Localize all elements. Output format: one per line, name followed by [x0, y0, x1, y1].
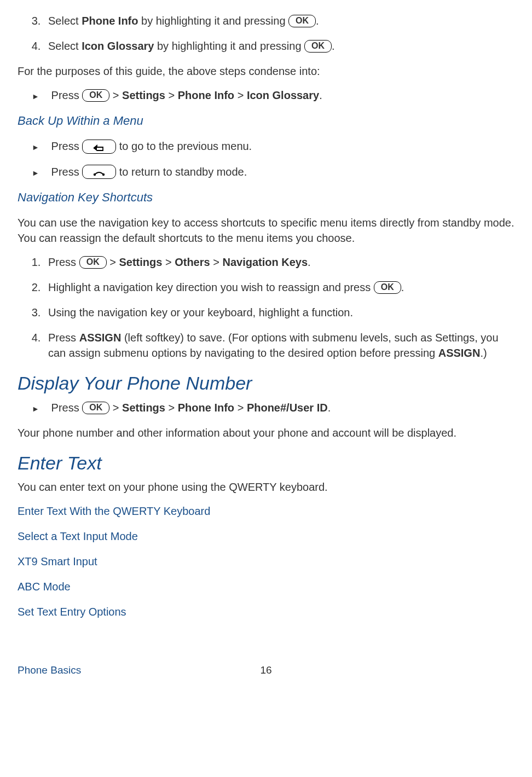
nk-step-2: Highlight a navigation key direction you… [44, 280, 514, 295]
ok-key-icon: OK [304, 40, 332, 53]
text: > [107, 256, 119, 268]
path: Settings [119, 256, 162, 268]
step-text: by highlighting it and pressing [138, 15, 288, 27]
condense-intro: For the purposes of this guide, the abov… [18, 63, 514, 79]
path: Navigation Keys [222, 256, 308, 268]
text: > [234, 402, 247, 414]
step-bold: Icon Glossary [82, 40, 154, 52]
link-set-options[interactable]: Set Text Entry Options [18, 604, 514, 619]
step-text: Select [48, 40, 82, 52]
text: . [319, 89, 322, 101]
nk-step-4: Press ASSIGN (left softkey) to save. (Fo… [44, 330, 514, 361]
link-abc[interactable]: ABC Mode [18, 579, 514, 594]
end-key-icon [82, 165, 116, 179]
heading-enter-text: Enter Text [18, 450, 514, 477]
heading-display-phone-number: Display Your Phone Number [18, 370, 514, 397]
text: . [328, 402, 331, 414]
text: > [234, 89, 247, 101]
step-text: . [332, 40, 335, 52]
footer-title: Phone Basics [18, 664, 81, 676]
text: > [165, 89, 178, 101]
text: . [308, 256, 311, 268]
path: Phone Info [178, 402, 234, 414]
page-number: 16 [260, 663, 271, 678]
nk-step-3: Using the navigation key or your keyboar… [44, 305, 514, 320]
text: Press [48, 332, 79, 344]
backup-item-1: Press to go to the previous menu. [44, 138, 514, 154]
enter-intro: You can enter text on your phone using t… [18, 479, 514, 495]
link-xt9[interactable]: XT9 Smart Input [18, 554, 514, 569]
text: .) [480, 347, 487, 359]
text: > [109, 402, 122, 414]
display-list: Press OK > Settings > Phone Info > Phone… [18, 400, 514, 415]
path: Others [175, 256, 210, 268]
bold: ASSIGN [79, 332, 122, 344]
steps-list-top: Select Phone Info by highlighting it and… [18, 13, 514, 54]
navkey-intro: You can use the navigation key to access… [18, 215, 514, 246]
text: Using the navigation key or your keyboar… [48, 306, 353, 318]
svg-point-1 [102, 173, 105, 176]
link-qwerty[interactable]: Enter Text With the QWERTY Keyboard [18, 503, 514, 519]
step-4: Select Icon Glossary by highlighting it … [44, 38, 514, 54]
text: Press [51, 402, 83, 414]
path: Phone Info [178, 89, 234, 101]
heading-nav-shortcuts: Navigation Key Shortcuts [18, 189, 514, 206]
condense-item: Press OK > Settings > Phone Info > Icon … [44, 88, 514, 103]
text: Highlight a navigation key direction you… [48, 281, 374, 293]
ok-key-icon: OK [79, 256, 107, 269]
navkey-steps: Press OK > Settings > Others > Navigatio… [18, 254, 514, 361]
condense-list: Press OK > Settings > Phone Info > Icon … [18, 88, 514, 103]
svg-point-0 [94, 173, 96, 176]
heading-back-up: Back Up Within a Menu [18, 113, 514, 130]
text: > [109, 89, 122, 101]
step-bold: Phone Info [82, 15, 138, 27]
ok-key-icon: OK [82, 402, 109, 414]
text: > [210, 256, 223, 268]
bold: ASSIGN [438, 347, 481, 359]
step-text: Select [48, 15, 82, 27]
step-text: by highlighting it and pressing [154, 40, 304, 52]
link-select-mode[interactable]: Select a Text Input Mode [18, 529, 514, 544]
text: > [165, 402, 178, 414]
ok-key-icon: OK [288, 15, 316, 27]
text: Press [51, 166, 83, 178]
path: Phone#/User ID [247, 402, 328, 414]
display-item: Press OK > Settings > Phone Info > Phone… [44, 400, 514, 415]
backup-item-2: Press to return to standby mode. [44, 164, 514, 180]
step-text: . [316, 15, 319, 27]
display-note: Your phone number and other information … [18, 425, 514, 440]
text: to go to the previous menu. [116, 140, 252, 152]
text: . [401, 281, 404, 293]
step-3: Select Phone Info by highlighting it and… [44, 13, 514, 28]
nk-step-1: Press OK > Settings > Others > Navigatio… [44, 254, 514, 270]
text: Press [48, 256, 79, 268]
back-key-icon [82, 140, 116, 154]
text: Press [51, 140, 83, 152]
path: Settings [122, 402, 165, 414]
footer: Phone Basics 16 [18, 663, 514, 678]
text: > [162, 256, 175, 268]
ok-key-icon: OK [374, 281, 401, 294]
path: Settings [122, 89, 165, 101]
text: to return to standby mode. [116, 166, 247, 178]
backup-list: Press to go to the previous menu. Press … [18, 138, 514, 179]
ok-key-icon: OK [82, 89, 109, 102]
text: Press [51, 89, 83, 101]
path: Icon Glossary [247, 89, 319, 101]
